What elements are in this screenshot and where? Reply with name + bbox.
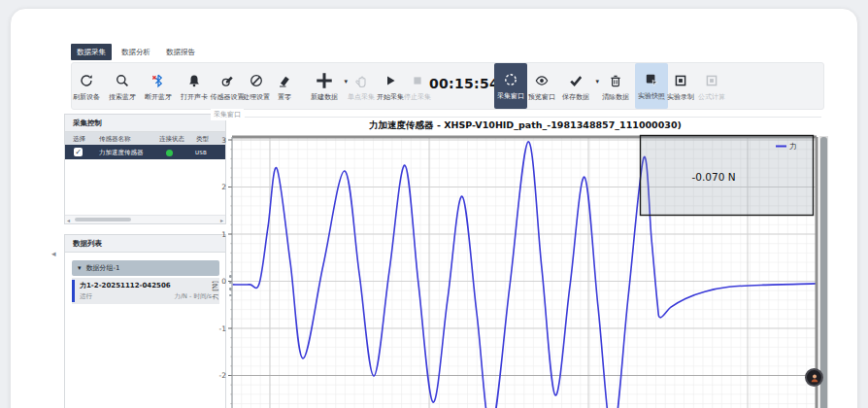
sensor-checkbox[interactable]: ✓ xyxy=(74,148,83,156)
refresh-device-button[interactable]: 刷新设备 xyxy=(70,64,103,108)
collect-control-panel: 采集控制 选择 传感器名称 连接状态 类型 ✓ 力加速度传感器 USB ◂ ▸ xyxy=(64,114,226,224)
chevron-down-icon[interactable]: ▾ xyxy=(78,264,82,272)
sidebar-collapse-icon[interactable]: ◂ xyxy=(51,249,56,258)
eye-icon xyxy=(534,70,550,91)
set-zero-button[interactable]: 置零 xyxy=(268,64,301,108)
table-hscrollbar[interactable]: ◂ ▸ xyxy=(65,215,225,223)
chart-plot-area[interactable]: 3210-1-2力 [N]-0.070 N力 xyxy=(205,130,831,408)
formula-calc-button[interactable]: 公式计算 xyxy=(695,64,728,108)
experiment-snapshot-button[interactable]: 实验快照 xyxy=(635,63,668,109)
main-toolbar: 00:15:54 刷新设备 搜索蓝牙 断开蓝牙 打开声卡 传感器设置 处理设置 … xyxy=(71,62,824,110)
data-group-row[interactable]: ▾数据分组-1 xyxy=(72,260,219,276)
preview-window-button[interactable]: 预览窗口 xyxy=(525,64,558,108)
table-row-sensor[interactable]: ✓ 力加速度传感器 USB xyxy=(65,145,225,159)
data-list-item[interactable]: 力1-2-20251112-042506 ⋮ 运行 力/N - 时间/s xyxy=(72,278,219,304)
vscroll-thumb[interactable] xyxy=(820,137,827,408)
bell-icon xyxy=(186,70,202,91)
col-conn-status: 连接状态 xyxy=(159,135,184,144)
tab-data-analysis[interactable]: 数据分析 xyxy=(116,44,156,60)
plus-icon xyxy=(315,70,334,91)
y-tick-label: -1 xyxy=(219,324,227,333)
annotation-value: -0.070 N xyxy=(691,171,735,183)
pen-icon xyxy=(277,70,292,91)
assistant-avatar-button[interactable] xyxy=(805,368,823,387)
single-point-button[interactable]: 单点采集 xyxy=(345,64,378,108)
record-icon xyxy=(673,70,688,91)
hscroll-thumb[interactable] xyxy=(75,218,131,221)
dashed-circle-icon xyxy=(503,69,518,90)
scroll-left-arrow-icon[interactable]: ◂ xyxy=(67,217,70,223)
y-tick-label: 1 xyxy=(221,230,226,239)
play-icon xyxy=(383,70,398,91)
y-tick-label: 2 xyxy=(221,183,226,191)
y-tick-label: 3 xyxy=(221,136,226,145)
col-sensor-name: 传感器名称 xyxy=(99,135,131,144)
divider xyxy=(245,117,821,118)
search-bluetooth-button[interactable]: 搜索蓝牙 xyxy=(106,64,139,108)
item-status: 运行 xyxy=(80,292,92,301)
search-icon xyxy=(115,70,130,91)
data-list-title: 数据列表 xyxy=(65,235,225,253)
sensor-name: 力加速度传感器 xyxy=(99,149,144,157)
stop-icon xyxy=(410,70,425,91)
stop-collect-button[interactable]: 停止采集 xyxy=(401,64,434,108)
chart-vscrollbar[interactable] xyxy=(819,136,828,408)
refresh-icon xyxy=(79,70,94,91)
item-accent-bar xyxy=(72,280,75,302)
open-soundcard-button[interactable]: 打开声卡 xyxy=(178,64,211,108)
new-data-button[interactable]: 新建数据▾ xyxy=(308,64,341,108)
trash-icon xyxy=(608,70,623,91)
y-axis-label: 力 [N] xyxy=(212,281,219,300)
tab-data-collect[interactable]: 数据采集 xyxy=(71,44,112,60)
col-select: 选择 xyxy=(73,135,85,144)
collect-control-title: 采集控制 xyxy=(65,115,225,132)
data-group-label: 数据分组-1 xyxy=(86,264,120,272)
hand-icon xyxy=(353,70,369,91)
data-list-panel: 数据列表 ▾数据分组-1 力1-2-20251112-042506 ⋮ 运行 力… xyxy=(64,234,226,408)
dial-icon xyxy=(249,70,264,91)
app-window: 数据采集数据分析数据报告 00:15:54 刷新设备 搜索蓝牙 断开蓝牙 打开声… xyxy=(10,8,858,408)
experiment-record-button[interactable]: 实验录制 xyxy=(664,64,697,108)
status-dot xyxy=(166,150,173,156)
clear-data-button[interactable]: 清除数据 xyxy=(599,64,632,108)
tab-data-report[interactable]: 数据报告 xyxy=(160,44,201,60)
person-icon xyxy=(809,372,820,384)
collect-timer: 00:15:54 xyxy=(429,76,489,91)
snapshot-icon xyxy=(644,69,659,90)
collect-window-button[interactable]: 采集窗口 xyxy=(494,63,527,109)
sensor-icon xyxy=(219,70,235,91)
disconnect-bluetooth-button[interactable]: 断开蓝牙 xyxy=(142,64,175,108)
formula-icon xyxy=(704,70,719,91)
bluetooth-off-icon xyxy=(150,70,166,91)
check-icon xyxy=(568,70,584,91)
sensor-table-header: 选择 传感器名称 连接状态 类型 xyxy=(65,132,225,145)
legend-entry-force: 力 xyxy=(789,142,797,151)
main-tabbar: 数据采集数据分析数据报告 xyxy=(71,44,201,60)
y-tick-label: 0 xyxy=(221,277,226,286)
y-tick-label: -2 xyxy=(219,371,227,380)
item-title: 力1-2-20251112-042506 xyxy=(80,281,171,290)
save-data-button[interactable]: 保存数据▾ xyxy=(559,64,592,108)
